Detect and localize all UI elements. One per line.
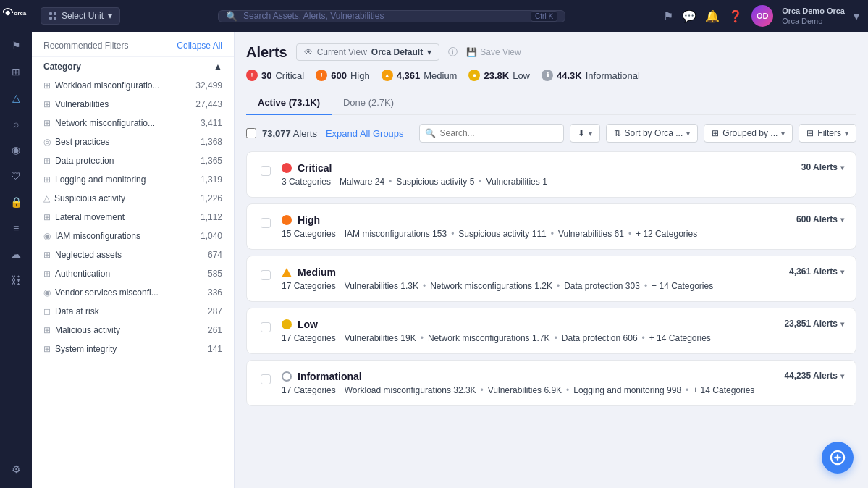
group-chevron: ▾ [840,164,844,172]
sidebar-item-icon: ⊞ [43,325,51,335]
search-rail-icon[interactable]: ⌕ [4,112,28,135]
tag-label: Workload misconfigurations 32.3K [345,385,476,395]
group-chevron: ▾ [840,372,844,380]
group-categories: 15 Categories [282,229,336,239]
sidebar-item[interactable]: ⊞ System integrity 141 [32,340,234,358]
sidebar-item[interactable]: ⊞ Neglected assets 674 [32,245,234,264]
sort-button[interactable]: ⇅ Sort by Orca ... ▾ [606,124,699,143]
lock-rail-icon[interactable]: 🔒 [4,190,28,214]
expand-all-link[interactable]: Expand All Groups [326,128,404,139]
link-rail-icon[interactable]: ⛓ [4,269,28,292]
group-button[interactable]: ⊞ Grouped by ... ▾ [704,124,793,143]
group-meta: 17 Categories Vulnerabilities 1.3K • Net… [282,281,780,291]
download-chevron: ▾ [589,130,592,138]
group-right: 4,361 Alerts ▾ [789,266,844,277]
group-content: Medium 17 Categories Vulnerabilities 1.3… [282,266,780,291]
global-search-bar[interactable]: 🔍 Ctrl K [218,10,565,22]
tab-done[interactable]: Done (2.7K) [332,91,405,115]
group-checkbox-low[interactable] [261,322,271,332]
stat-high[interactable]: ! 600 High [316,70,369,81]
severity-indicator [282,319,292,329]
stat-label-low: Low [513,70,530,81]
alert-group-critical: Critical 3 Categories Malware 24 • Suspi… [246,151,856,198]
sidebar-item[interactable]: ⊞ Data protection 1,365 [32,151,234,170]
bell-nav-icon[interactable]: 🔔 [705,9,720,23]
icon-rail: orca ⚑ ⊞ △ ⌕ ◉ 🛡 🔒 ≡ ☁ ⛓ ⚙ [0,0,32,488]
group-checkbox-medium[interactable] [261,270,271,280]
sidebar-item-label: Workload misconfiguratio... [55,80,160,91]
global-search-input[interactable] [243,11,525,21]
tag-label: Data protection 606 [562,333,638,343]
shield-rail-icon[interactable]: 🛡 [4,164,28,188]
user-chevron-icon[interactable]: ▾ [854,9,859,23]
user-avatar[interactable]: OD [751,5,773,27]
tag-label: Vulnerabilities 6.9K [488,385,562,395]
alert-rail-icon[interactable]: △ [4,86,28,109]
sidebar-item[interactable]: △ Suspicious activity 1,226 [32,189,234,208]
tag-label: IAM misconfigurations 153 [345,229,447,239]
group-alert-count[interactable]: 30 Alerts ▾ [801,162,844,172]
tag-label: Network misconfigurations 1.7K [428,333,550,343]
save-view-button[interactable]: 💾 Save View [466,47,521,57]
sidebar-item-icon: △ [43,193,50,203]
cloud-rail-icon[interactable]: ☁ [4,243,28,266]
sidebar-item[interactable]: ⊞ Workload misconfiguratio... 32,499 [32,76,234,95]
group-checkbox-informational[interactable] [261,374,271,384]
alert-search-input[interactable] [419,124,564,143]
group-alert-count[interactable]: 4,361 Alerts ▾ [789,266,844,277]
chat-nav-icon[interactable]: 💬 [682,9,696,23]
stat-critical[interactable]: ! 30 Critical [246,70,304,81]
tabs-row: Active (73.1K)Done (2.7K) [246,91,856,115]
group-alert-count[interactable]: 44,235 Alerts ▾ [784,371,844,381]
alerts-container: Critical 3 Categories Malware 24 • Suspi… [246,151,856,476]
view-selector[interactable]: 👁 Current View Orca Default ▾ [296,43,440,61]
tag-label: Vulnerabilities 19K [345,333,416,343]
alert-search-icon: 🔍 [425,128,436,138]
tag-label: + 14 Categories [649,333,711,343]
sidebar-item[interactable]: ◉ IAM misconfigurations 1,040 [32,227,234,245]
sidebar-item[interactable]: ⊞ Vulnerabilities 27,443 [32,95,234,114]
sidebar-item-icon: ⊞ [43,174,51,185]
group-meta: 17 Categories Vulnerabilities 19K • Netw… [282,333,775,343]
collapse-all-button[interactable]: Collapse All [177,41,222,51]
alert-group-header: Critical 3 Categories Malware 24 • Suspi… [247,152,856,197]
group-alert-count[interactable]: 600 Alerts ▾ [796,214,844,224]
flag-nav-icon[interactable]: ⚑ [663,9,673,23]
select-all-checkbox[interactable] [246,128,256,138]
severity-indicator [282,163,292,173]
dot-sep: • [551,229,554,239]
stat-medium[interactable]: ▲ 4,361 Medium [382,70,458,81]
group-checkbox-critical[interactable] [261,166,271,176]
filter-button[interactable]: ⊟ Filters ▾ [799,124,856,143]
sidebar-item-label: Suspicious activity [54,193,125,203]
gear-rail-icon[interactable]: ⚙ [4,458,28,481]
sidebar-item[interactable]: ◻ Data at risk 287 [32,302,234,321]
grid-rail-icon[interactable]: ⊞ [4,60,28,83]
sidebar-item[interactable]: ⊞ Logging and monitoring 1,319 [32,170,234,189]
dot-sep: • [555,333,557,343]
user-info[interactable]: Orca Demo Orca Orca Demo [782,6,845,27]
stat-low[interactable]: ● 23.8K Low [468,70,530,81]
sidebar-item[interactable]: ◉ Vendor services misconfi... 336 [32,283,234,302]
sidebar-item[interactable]: ⊞ Malicious activity 261 [32,321,234,340]
select-unit-button[interactable]: Select Unit ▾ [41,7,120,25]
group-checkbox-high[interactable] [261,218,271,228]
group-alert-count[interactable]: 23,851 Alerts ▾ [784,319,844,329]
download-button[interactable]: ⬇ ▾ [570,124,600,143]
tab-active[interactable]: Active (73.1K) [246,91,332,115]
sidebar-item-label: Vulnerabilities [55,99,109,109]
sidebar-item-icon: ⊞ [43,269,51,279]
sidebar-item[interactable]: ⊞ Authentication 585 [32,264,234,283]
network-rail-icon[interactable]: ◉ [4,138,28,161]
help-nav-icon[interactable]: ❓ [728,9,743,23]
stat-info[interactable]: ℹ 44.3K Informational [542,70,640,81]
sidebar-item[interactable]: ◎ Best practices 1,368 [32,132,234,151]
sidebar-item[interactable]: ⊞ Lateral movement 1,112 [32,208,234,227]
flag-rail-icon[interactable]: ⚑ [4,34,28,57]
list-rail-icon[interactable]: ≡ [4,216,28,240]
chat-fab-button[interactable] [822,442,854,474]
sidebar-item[interactable]: ⊞ Network misconfiguratio... 3,411 [32,114,234,132]
sidebar-item-count: 32,499 [195,80,222,91]
group-categories: 17 Categories [282,333,336,343]
info-icon[interactable]: ⓘ [448,46,458,59]
